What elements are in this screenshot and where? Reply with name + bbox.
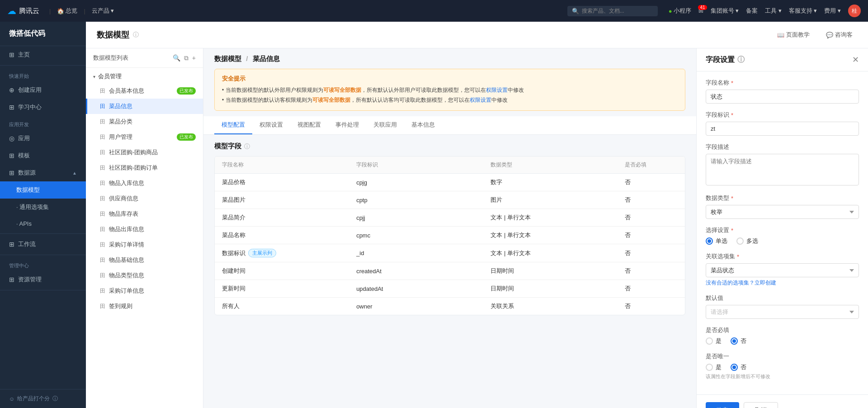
- page-info-icon[interactable]: ⓘ: [133, 31, 139, 39]
- input-field-desc[interactable]: [706, 154, 859, 185]
- sidebar-footer-feedback[interactable]: ☺ 给产品打个分 ⓘ: [0, 389, 86, 408]
- input-field-name[interactable]: [706, 90, 859, 104]
- model-item-member-basic[interactable]: 田 会员基本信息 已发布: [86, 83, 203, 99]
- user-avatar[interactable]: 桂: [848, 5, 861, 17]
- model-item-goods-type[interactable]: 田 物品类型信息: [86, 268, 203, 283]
- model-item-purchase-info[interactable]: 田 采购订单信息: [86, 283, 203, 299]
- group-label: 会员管理: [98, 72, 122, 81]
- create-options-link[interactable]: 没有合适的选项集？立即创建: [706, 279, 859, 287]
- model-item-community-orders[interactable]: 田 社区团购-团购订单: [86, 160, 203, 176]
- close-button[interactable]: ✕: [852, 55, 859, 65]
- model-item-dish-category[interactable]: 田 菜品分类: [86, 114, 203, 129]
- fields-info-icon[interactable]: ⓘ: [244, 142, 250, 151]
- table-row[interactable]: 菜品价格 cpjg 数字 否: [215, 174, 685, 191]
- label-unique: 是否唯一: [706, 352, 859, 361]
- model-item-community-goods[interactable]: 田 社区团购-团购商品: [86, 145, 203, 160]
- email-icon[interactable]: ✉ 41: [698, 8, 703, 14]
- radio-unique-yes[interactable]: 是: [706, 363, 722, 371]
- sidebar-item-resource-mgmt[interactable]: ⊞ 资源管理: [0, 271, 86, 288]
- table-row[interactable]: 菜品名称 cpmc 文本 | 单行文本 否: [215, 227, 685, 244]
- consult-btn[interactable]: 💬 咨询客: [821, 28, 857, 42]
- field-type: 日期时间: [483, 262, 618, 280]
- nav-cloud-products[interactable]: 云产品 ▾: [92, 7, 114, 15]
- tab-permission[interactable]: 权限设置: [252, 116, 290, 134]
- tools-btn[interactable]: 工具 ▾: [765, 7, 782, 15]
- model-item-user-mgmt[interactable]: 田 用户管理 已发布: [86, 129, 203, 145]
- model-item-label: 物品出库信息: [109, 225, 144, 233]
- table-row[interactable]: 所有人 owner 关联关系 否: [215, 298, 685, 315]
- model-item-purchase-detail[interactable]: 田 采购订单详情: [86, 237, 203, 252]
- logo[interactable]: ☁ 腾讯云: [7, 5, 39, 16]
- table-row[interactable]: 数据标识 主展示列 _id 文本 | 单行文本 否: [215, 244, 685, 262]
- table-row[interactable]: 创建时间 createdAt 日期时间 否: [215, 262, 685, 280]
- radio-required-yes[interactable]: 是: [706, 337, 722, 345]
- model-item-goods-outbound[interactable]: 田 物品出库信息: [86, 222, 203, 237]
- table-row[interactable]: 菜品简介 cpjj 文本 | 单行文本 否: [215, 209, 685, 227]
- tab-view-config[interactable]: 视图配置: [290, 116, 328, 134]
- required-mark: *: [731, 195, 733, 202]
- add-model-btn[interactable]: +: [192, 54, 196, 62]
- radio-single-select[interactable]: 单选: [706, 237, 727, 245]
- sidebar-item-apis[interactable]: · APIs: [0, 216, 86, 232]
- table-row[interactable]: 菜品图片 cptp 图片 否: [215, 191, 685, 209]
- sidebar-footer-icon: ☺: [9, 396, 14, 402]
- sidebar-item-learning-center[interactable]: ⊞ 学习中心: [0, 99, 86, 116]
- nav-overview[interactable]: 🏠 总览: [57, 7, 77, 15]
- radio-unique-no[interactable]: 否: [731, 363, 746, 371]
- db-icon: 田: [100, 87, 105, 95]
- db-icon: 田: [100, 241, 105, 249]
- form-item-select-setting: 选择设置 * 单选 多选: [706, 226, 859, 245]
- tab-related-apps[interactable]: 关联应用: [366, 116, 404, 134]
- filing-btn[interactable]: 备案: [746, 7, 758, 15]
- permission-link-1[interactable]: 权限设置: [486, 87, 508, 93]
- search-bar[interactable]: 🔍: [567, 6, 658, 16]
- select-data-type[interactable]: 枚举 文本 数字 日期时间 图片 关联关系: [706, 205, 859, 219]
- tab-event-handler[interactable]: 事件处理: [328, 116, 366, 134]
- support-btn[interactable]: 客服支持 ▾: [789, 7, 817, 15]
- form-item-field-desc: 字段描述: [706, 143, 859, 187]
- cost-btn[interactable]: 费用 ▾: [824, 7, 841, 15]
- sidebar-item-options-set[interactable]: · 通用选项集: [0, 199, 86, 216]
- mini-program-btn[interactable]: ● 小程序: [669, 7, 691, 15]
- group-account-btn[interactable]: 集团账号 ▾: [711, 7, 739, 15]
- sidebar-item-home[interactable]: ⊞ 主页: [0, 46, 86, 63]
- field-settings-info-icon[interactable]: ⓘ: [737, 55, 745, 65]
- split-layout: 数据模型列表 🔍 ⧉ + ▾ 会员管理 田 会员基本信息 已: [86, 48, 868, 408]
- radio-multi-select[interactable]: 多选: [736, 237, 758, 245]
- model-item-goods-inbound[interactable]: 田 物品入库信息: [86, 176, 203, 191]
- model-item-dish-info[interactable]: 田 菜品信息: [86, 99, 203, 114]
- content-area: 数据模型 ⓘ 📖 页面教学 💬 咨询客 数据模型列表: [86, 22, 868, 408]
- cancel-button[interactable]: 取消: [744, 402, 778, 408]
- model-item-label: 物品库存表: [109, 210, 138, 218]
- required-mark: *: [731, 112, 733, 119]
- tab-model-config[interactable]: 模型配置: [214, 116, 252, 134]
- field-type: 数字: [483, 174, 618, 191]
- sidebar-item-template[interactable]: ⊞ 模板: [0, 147, 86, 164]
- input-field-id[interactable]: [706, 122, 859, 136]
- model-item-goods-inventory[interactable]: 田 物品库存表: [86, 206, 203, 222]
- model-item-attendance[interactable]: 田 签到规则: [86, 299, 203, 314]
- search-icon-list[interactable]: 🔍: [173, 54, 180, 62]
- search-input[interactable]: [582, 8, 653, 14]
- sidebar-item-data-model[interactable]: 数据模型: [0, 181, 86, 199]
- model-item-label: 社区团购-团购商品: [109, 148, 158, 157]
- sidebar-item-datasource[interactable]: ⊞ 数据源 ▲: [0, 164, 86, 181]
- sidebar-item-create-app[interactable]: ⊕ 创建应用: [0, 81, 86, 99]
- model-group-header-member[interactable]: ▾ 会员管理: [86, 68, 203, 83]
- copy-icon-list[interactable]: ⧉: [184, 54, 189, 62]
- db-icon: 田: [100, 149, 105, 157]
- confirm-button[interactable]: 确定: [706, 402, 739, 408]
- sidebar-item-app[interactable]: ◎ 应用: [0, 130, 86, 147]
- label-field-desc: 字段描述: [706, 143, 859, 151]
- permission-link-2[interactable]: 权限设置: [470, 97, 491, 103]
- select-default-value[interactable]: 请选择: [706, 305, 859, 319]
- select-related-options[interactable]: 菜品状态: [706, 263, 859, 277]
- model-item-label: 菜品信息: [109, 102, 132, 110]
- radio-required-no[interactable]: 否: [731, 337, 746, 345]
- model-item-goods-basic[interactable]: 田 物品基础信息: [86, 252, 203, 268]
- model-item-supplier-info[interactable]: 田 供应商信息: [86, 191, 203, 206]
- sidebar-item-workflow[interactable]: ⊞ 工作流: [0, 236, 86, 253]
- tab-basic-info[interactable]: 基本信息: [404, 116, 442, 134]
- table-row[interactable]: 更新时间 updatedAt 日期时间 否: [215, 280, 685, 298]
- page-teach-btn[interactable]: 📖 页面教学: [773, 28, 814, 42]
